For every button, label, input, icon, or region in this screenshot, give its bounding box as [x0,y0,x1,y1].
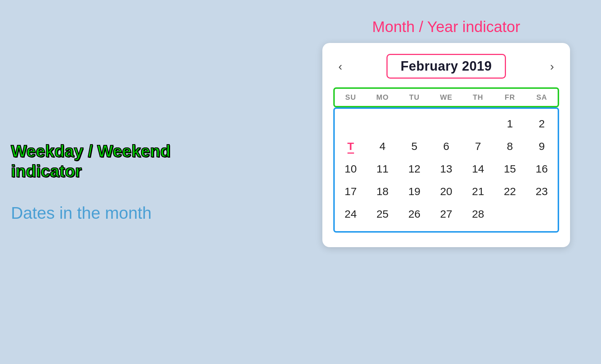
date-cell[interactable]: 28 [462,203,494,225]
weekday-th: TH [462,93,494,102]
dates-in-month-label: Dates in the month [11,203,222,223]
date-cell[interactable]: 23 [526,180,558,203]
date-cell[interactable]: 4 [366,135,398,158]
weekday-weekend-indicator-label: Weekday / Weekend indicator [11,141,222,181]
next-month-button[interactable]: › [545,58,559,75]
date-cell[interactable]: 20 [430,180,462,203]
date-cell [526,203,558,225]
month-year-indicator-annotation: Month / Year indicator [372,18,520,36]
date-cell[interactable]: 13 [430,158,462,180]
date-cell [366,112,398,135]
date-cell [494,203,526,225]
date-cell[interactable]: 16 [526,158,558,180]
date-cell[interactable]: 11 [366,158,398,180]
weekday-we: WE [430,93,462,102]
date-cell[interactable]: 10 [335,158,366,180]
date-cell[interactable]: 6 [430,135,462,158]
date-cell[interactable]: 14 [462,158,494,180]
date-cell[interactable]: 17 [335,180,366,203]
date-cell[interactable]: 2 [526,112,558,135]
dates-grid-wrapper: 12T4567891011121314151617181920212223242… [333,107,559,233]
dates-grid: 12T4567891011121314151617181920212223242… [335,112,558,225]
date-cell[interactable]: 15 [494,158,526,180]
left-annotations-panel: Weekday / Weekend indicator Dates in the… [11,0,222,364]
date-cell [335,112,366,135]
calendar-card: ‹ February 2019 › SU MO TU WE TH FR SA 1… [322,43,570,247]
date-cell [398,112,430,135]
date-cell[interactable]: 1 [494,112,526,135]
date-cell[interactable]: 8 [494,135,526,158]
date-cell[interactable]: 24 [335,203,366,225]
date-cell[interactable]: 12 [398,158,430,180]
date-cell[interactable]: 21 [462,180,494,203]
month-year-display[interactable]: February 2019 [386,54,506,79]
date-cell[interactable]: 5 [398,135,430,158]
weekday-mo: MO [366,93,398,102]
date-cell [430,112,462,135]
date-cell[interactable]: T [335,135,366,158]
weekday-fr: FR [494,93,526,102]
date-cell[interactable]: 7 [462,135,494,158]
weekday-sa: SA [526,93,558,102]
calendar-header: ‹ February 2019 › [333,54,559,79]
date-cell[interactable]: 26 [398,203,430,225]
date-cell[interactable]: 27 [430,203,462,225]
today-marker: T [347,140,354,153]
date-cell[interactable]: 25 [366,203,398,225]
date-cell[interactable]: 19 [398,180,430,203]
weekday-su: SU [335,93,366,102]
date-cell[interactable]: 18 [366,180,398,203]
date-cell[interactable]: 22 [494,180,526,203]
date-cell [462,112,494,135]
calendar-area: Month / Year indicator ‹ February 2019 ›… [313,18,579,335]
weekday-header-row: SU MO TU WE TH FR SA [333,87,559,107]
weekday-tu: TU [398,93,430,102]
prev-month-button[interactable]: ‹ [333,58,347,75]
date-cell[interactable]: 9 [526,135,558,158]
